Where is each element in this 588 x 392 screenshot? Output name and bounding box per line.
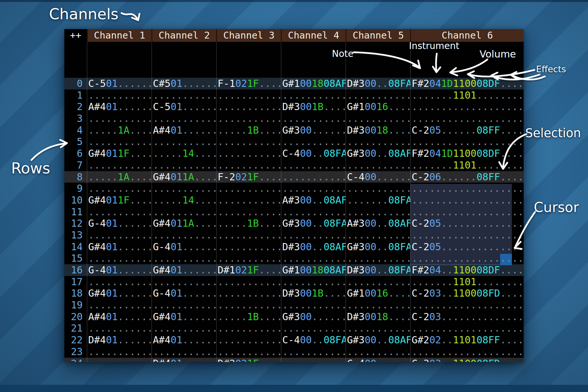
pattern-cell-ch6[interactable]: ................... bbox=[410, 101, 524, 113]
pattern-cell-ch6[interactable]: C-205.............. bbox=[410, 218, 524, 229]
pattern-cell-ch3[interactable]: ........... bbox=[216, 206, 281, 218]
pattern-cell-ch3[interactable]: ........... bbox=[216, 229, 281, 241]
pattern-cell-ch4[interactable]: D#300..08AF bbox=[281, 241, 346, 253]
pattern-cell-ch3[interactable]: ........... bbox=[216, 241, 281, 253]
pattern-cell-ch2[interactable]: ........... bbox=[152, 136, 216, 148]
pattern-cell-ch6[interactable]: C-205......08FF.... bbox=[410, 124, 524, 136]
pattern-cell-ch4[interactable]: ........... bbox=[281, 299, 346, 311]
pattern-cell-ch1[interactable]: ........... bbox=[87, 159, 152, 171]
pattern-cell-ch5[interactable]: ........... bbox=[346, 90, 410, 101]
pattern-cell-ch4[interactable]: ........... bbox=[281, 90, 346, 101]
pattern-cell-ch4[interactable]: G#300..08FA bbox=[281, 218, 346, 229]
pattern-cell-ch1[interactable]: D#401...... bbox=[87, 334, 152, 346]
pattern-cell-ch5[interactable]: ........... bbox=[346, 322, 410, 334]
pattern-cell-ch3[interactable]: ........... bbox=[216, 90, 281, 101]
pattern-cell-ch4[interactable]: ........... bbox=[281, 253, 346, 264]
pattern-cell-ch2[interactable]: D#401...... bbox=[152, 358, 216, 362]
pattern-cell-ch5[interactable]: C-400...... bbox=[346, 171, 410, 183]
pattern-cell-ch4[interactable]: ........... bbox=[281, 206, 346, 218]
pattern-cell-ch2[interactable]: G-401...... bbox=[152, 287, 216, 299]
pattern-cell-ch5[interactable]: G#10016.... bbox=[346, 287, 410, 299]
pattern-cell-ch2[interactable]: ........... bbox=[152, 322, 216, 334]
pattern-cell-ch1[interactable]: G#4011F.... bbox=[87, 194, 152, 206]
pattern-cell-ch2[interactable]: G#401...... bbox=[152, 264, 216, 276]
pattern-cell-ch4[interactable]: ........... bbox=[281, 322, 346, 334]
pattern-cell-ch5[interactable]: ........... bbox=[346, 253, 410, 264]
channel-header-1[interactable]: Channel 1 bbox=[87, 29, 152, 42]
pattern-cell-ch2[interactable]: G-401...... bbox=[152, 241, 216, 253]
pattern-cell-ch5[interactable]: D#300..08FA bbox=[346, 264, 410, 276]
pattern-corner-cell[interactable]: ++ bbox=[64, 29, 87, 42]
pattern-cell-ch1[interactable]: ........... bbox=[87, 299, 152, 311]
pattern-cell-ch1[interactable]: A#401...... bbox=[87, 101, 152, 113]
pattern-cell-ch2[interactable]: C-501...... bbox=[152, 101, 216, 113]
pattern-cell-ch4[interactable]: G#300...... bbox=[281, 311, 346, 323]
pattern-cell-ch2[interactable]: ........... bbox=[152, 299, 216, 311]
pattern-cell-ch1[interactable]: ........... bbox=[87, 276, 152, 288]
pattern-cell-ch5[interactable]: ........... bbox=[346, 206, 410, 218]
pattern-cell-ch6[interactable]: ................... bbox=[410, 229, 524, 241]
pattern-cell-ch6[interactable]: ................... bbox=[410, 346, 524, 358]
pattern-cell-ch3[interactable]: ........... bbox=[216, 334, 281, 346]
pattern-cell-ch2[interactable]: ........... bbox=[152, 183, 216, 194]
pattern-cell-ch6[interactable]: ................... bbox=[410, 183, 524, 194]
pattern-cell-ch3[interactable]: ........... bbox=[216, 113, 281, 124]
pattern-cell-ch2[interactable]: G#4011A.... bbox=[152, 218, 216, 229]
pattern-cell-ch1[interactable]: .....1A.... bbox=[87, 124, 152, 136]
pattern-cell-ch5[interactable]: ........... bbox=[346, 346, 410, 358]
pattern-cell-ch4[interactable]: ........... bbox=[281, 136, 346, 148]
pattern-cell-ch6[interactable]: C-203.............. bbox=[410, 311, 524, 323]
pattern-cell-ch3[interactable]: .....1B.... bbox=[216, 218, 281, 229]
pattern-cell-ch5[interactable]: G#300..08AF bbox=[346, 334, 410, 346]
pattern-cell-ch1[interactable]: G#401...... bbox=[87, 241, 152, 253]
pattern-cell-ch3[interactable]: ........... bbox=[216, 299, 281, 311]
pattern-cell-ch2[interactable]: ........... bbox=[152, 346, 216, 358]
pattern-cell-ch5[interactable]: ........... bbox=[346, 113, 410, 124]
pattern-cell-ch2[interactable]: G#4011A.... bbox=[152, 171, 216, 183]
pattern-cell-ch4[interactable]: ........... bbox=[281, 171, 346, 183]
pattern-cell-ch5[interactable]: ........... bbox=[346, 183, 410, 194]
pattern-cell-ch4[interactable]: D#3001B.... bbox=[281, 287, 346, 299]
pattern-cell-ch4[interactable]: ........... bbox=[281, 358, 346, 362]
pattern-cell-ch1[interactable]: ........... bbox=[87, 346, 152, 358]
pattern-cell-ch2[interactable]: ........... bbox=[152, 113, 216, 124]
pattern-cell-ch3[interactable]: ........... bbox=[216, 253, 281, 264]
pattern-cell-ch4[interactable]: ........... bbox=[281, 276, 346, 288]
pattern-cell-ch6[interactable]: F#2041D110008DF.... bbox=[410, 148, 524, 159]
pattern-cell-ch6[interactable]: C-303..110008FD.... bbox=[410, 358, 524, 362]
pattern-cell-ch3[interactable]: ........... bbox=[216, 346, 281, 358]
pattern-cell-ch6[interactable]: C-203..110008FD.... bbox=[410, 287, 524, 299]
pattern-cell-ch2[interactable]: ........... bbox=[152, 253, 216, 264]
pattern-cell-ch2[interactable]: ........... bbox=[152, 90, 216, 101]
pattern-cell-ch1[interactable]: ........... bbox=[87, 358, 152, 362]
pattern-cell-ch1[interactable]: .....1A.... bbox=[87, 171, 152, 183]
pattern-cell-ch3[interactable]: ........... bbox=[216, 287, 281, 299]
pattern-cell-ch4[interactable]: ........... bbox=[281, 159, 346, 171]
pattern-cell-ch3[interactable]: ........... bbox=[216, 183, 281, 194]
pattern-cell-ch4[interactable]: G#1001808AF bbox=[281, 264, 346, 276]
pattern-cell-ch3[interactable]: D#1021F.... bbox=[216, 264, 281, 276]
pattern-cell-ch1[interactable]: G-401...... bbox=[87, 218, 152, 229]
pattern-cell-ch3[interactable]: ........... bbox=[216, 101, 281, 113]
pattern-cell-ch2[interactable]: ........... bbox=[152, 159, 216, 171]
pattern-cell-ch5[interactable]: D#30018.... bbox=[346, 124, 410, 136]
pattern-cell-ch1[interactable]: C-501...... bbox=[87, 78, 152, 90]
pattern-cell-ch5[interactable]: G#10016.... bbox=[346, 101, 410, 113]
pattern-cell-ch5[interactable]: G#300..08AF bbox=[346, 148, 410, 159]
pattern-cell-ch5[interactable]: .......08FA bbox=[346, 194, 410, 206]
channel-header-2[interactable]: Channel 2 bbox=[152, 29, 216, 42]
pattern-cell-ch4[interactable]: C-400..08FA bbox=[281, 334, 346, 346]
pattern-cell-ch2[interactable]: ........... bbox=[152, 229, 216, 241]
pattern-cell-ch2[interactable]: .....14.... bbox=[152, 194, 216, 206]
pattern-cell-ch3[interactable]: ........... bbox=[216, 148, 281, 159]
pattern-cell-ch6[interactable]: .......1101........ bbox=[410, 276, 524, 288]
pattern-cell-ch1[interactable]: ........... bbox=[87, 229, 152, 241]
pattern-cell-ch3[interactable]: ........... bbox=[216, 276, 281, 288]
pattern-cell-ch6[interactable]: G#202..110108FF.... bbox=[410, 334, 524, 346]
pattern-cell-ch5[interactable]: ........... bbox=[346, 229, 410, 241]
pattern-cell-ch6[interactable]: ................... bbox=[410, 113, 524, 124]
pattern-cell-ch4[interactable]: A#300..08AF bbox=[281, 194, 346, 206]
pattern-cell-ch5[interactable]: ........... bbox=[346, 136, 410, 148]
pattern-cell-ch4[interactable]: C-400..08FA bbox=[281, 148, 346, 159]
pattern-cell-ch1[interactable]: G#4011F.... bbox=[87, 148, 152, 159]
